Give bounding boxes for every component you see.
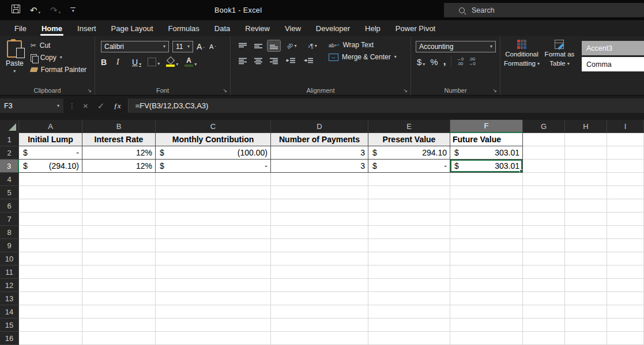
cell-D5[interactable] <box>271 186 368 199</box>
cell-D7[interactable] <box>271 213 368 226</box>
row-header-4[interactable]: 4 <box>0 173 19 186</box>
name-box[interactable]: F3▾ <box>0 98 63 113</box>
tab-power-pivot[interactable]: Power Pivot <box>388 20 443 36</box>
cell-I14[interactable] <box>607 305 644 319</box>
bold-button[interactable]: B <box>101 58 110 67</box>
cell-H3[interactable] <box>565 160 607 173</box>
cell-E8[interactable] <box>368 226 450 239</box>
tab-review[interactable]: Review <box>238 20 277 36</box>
cell-B5[interactable] <box>82 186 156 199</box>
column-header-D[interactable]: D <box>271 120 368 133</box>
cell-D4[interactable] <box>271 173 368 186</box>
cell-D12[interactable] <box>271 279 368 292</box>
cell-A16[interactable] <box>19 332 82 345</box>
cut-button[interactable]: ✂Cut <box>31 41 86 50</box>
cell-I15[interactable] <box>607 319 644 332</box>
cell-G5[interactable] <box>523 186 565 199</box>
cell-D14[interactable] <box>271 305 368 319</box>
cell-I1[interactable] <box>607 133 644 146</box>
cell-C14[interactable] <box>156 305 271 319</box>
row-header-6[interactable]: 6 <box>0 199 19 213</box>
cell-H1[interactable] <box>565 133 607 146</box>
align-right-button[interactable] <box>268 55 280 66</box>
cell-C9[interactable] <box>156 239 271 252</box>
cell-D15[interactable] <box>271 319 368 332</box>
cell-B8[interactable] <box>82 226 156 239</box>
cell-G8[interactable] <box>523 226 565 239</box>
italic-button[interactable]: I <box>116 58 126 67</box>
cell-F3-selected[interactable]: $303.01 <box>450 160 523 173</box>
increase-indent-button[interactable] <box>301 55 316 66</box>
row-header-8[interactable]: 8 <box>0 226 19 239</box>
select-all-corner[interactable] <box>0 120 19 133</box>
cell-F13[interactable] <box>450 292 523 305</box>
cell-B9[interactable] <box>82 239 156 252</box>
tab-insert[interactable]: Insert <box>70 20 104 36</box>
cell-C5[interactable] <box>156 186 271 199</box>
cell-H9[interactable] <box>565 239 607 252</box>
tab-formulas[interactable]: Formulas <box>161 20 207 36</box>
column-header-I[interactable]: I <box>607 120 644 133</box>
decrease-indent-button[interactable] <box>283 55 298 66</box>
cell-G9[interactable] <box>523 239 565 252</box>
cell-C13[interactable] <box>156 292 271 305</box>
row-header-13[interactable]: 13 <box>0 292 19 305</box>
customize-qat-button[interactable]: ▾ <box>70 7 76 13</box>
tab-page-layout[interactable]: Page Layout <box>104 20 161 36</box>
cell-G4[interactable] <box>523 173 565 186</box>
cell-I5[interactable] <box>607 186 644 199</box>
cell-C6[interactable] <box>156 199 271 213</box>
merge-center-button[interactable]: ↔ Merge & Center ▾ <box>329 53 397 61</box>
cell-I3[interactable] <box>607 160 644 173</box>
cell-B7[interactable] <box>82 213 156 226</box>
cell-E5[interactable] <box>368 186 450 199</box>
increase-decimal-button[interactable]: ←0.00 <box>457 57 464 67</box>
cell-E13[interactable] <box>368 292 450 305</box>
cell-C11[interactable] <box>156 266 271 279</box>
cell-F12[interactable] <box>450 279 523 292</box>
cell-D6[interactable] <box>271 199 368 213</box>
cell-A8[interactable] <box>19 226 82 239</box>
cell-A2[interactable]: $- <box>19 146 82 160</box>
cell-A10[interactable] <box>19 252 82 266</box>
row-header-12[interactable]: 12 <box>0 279 19 292</box>
cell-B11[interactable] <box>82 266 156 279</box>
cell-I13[interactable] <box>607 292 644 305</box>
cell-D1[interactable]: Number of Payments <box>271 133 368 146</box>
cell-E15[interactable] <box>368 319 450 332</box>
cell-H13[interactable] <box>565 292 607 305</box>
cell-A15[interactable] <box>19 319 82 332</box>
cell-H4[interactable] <box>565 173 607 186</box>
cell-D9[interactable] <box>271 239 368 252</box>
cell-E7[interactable] <box>368 213 450 226</box>
decrease-decimal-button[interactable]: .00→0 <box>469 57 476 67</box>
insert-function-button[interactable]: ƒx <box>114 101 120 111</box>
cell-D11[interactable] <box>271 266 368 279</box>
row-header-1[interactable]: 1 <box>0 133 19 146</box>
cell-F7[interactable] <box>450 213 523 226</box>
cell-H5[interactable] <box>565 186 607 199</box>
accounting-format-button[interactable]: $▾ <box>417 57 425 67</box>
tab-file[interactable]: File <box>7 20 34 36</box>
fill-color-button[interactable]: ▾ <box>166 57 178 67</box>
cell-I10[interactable] <box>607 252 644 266</box>
formula-input[interactable]: =FV(B3/12,D3,C3,A3) <box>129 98 644 113</box>
align-top-button[interactable] <box>236 40 249 51</box>
cell-G6[interactable] <box>523 199 565 213</box>
cell-E1[interactable]: Present Value <box>368 133 450 146</box>
column-header-G[interactable]: G <box>523 120 565 133</box>
cell-A5[interactable] <box>19 186 82 199</box>
row-header-14[interactable]: 14 <box>0 305 19 319</box>
column-header-C[interactable]: C <box>156 120 271 133</box>
cell-D10[interactable] <box>271 252 368 266</box>
orientation-button[interactable]: ab▾ <box>283 40 300 51</box>
alignment-dialog-launcher-icon[interactable]: ↘ <box>403 88 408 93</box>
row-header-3[interactable]: 3 <box>0 160 19 173</box>
cell-F11[interactable] <box>450 266 523 279</box>
undo-button[interactable]: ↶▾ <box>30 6 40 14</box>
cell-A3[interactable]: $(294.10) <box>19 160 82 173</box>
increase-font-size-button[interactable]: Aˆ <box>197 42 206 51</box>
clipboard-dialog-launcher-icon[interactable]: ↘ <box>87 88 92 93</box>
cell-E11[interactable] <box>368 266 450 279</box>
cell-F15[interactable] <box>450 319 523 332</box>
